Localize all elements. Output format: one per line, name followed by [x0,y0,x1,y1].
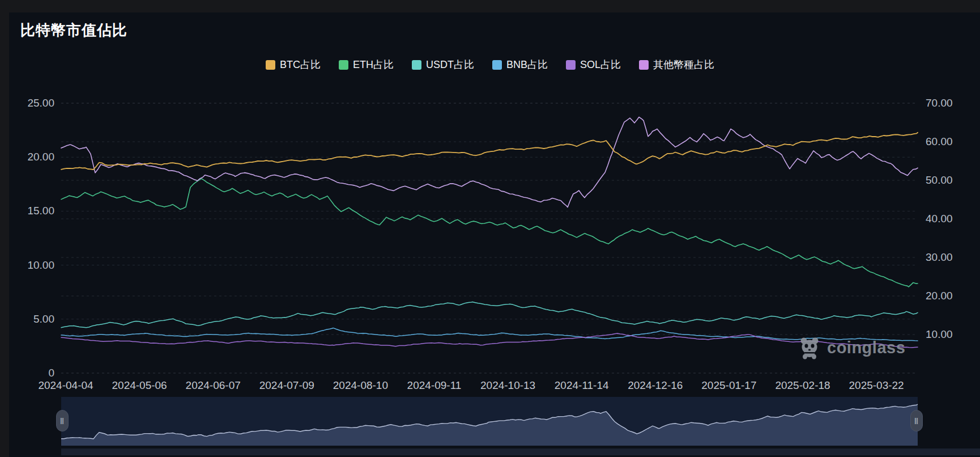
x-axis-label: 2024-11-14 [555,379,609,392]
y-axis-label-right: 70.00 [926,97,953,109]
y-axis-label-left: 15.00 [0,205,54,217]
x-axis-label: 2024-08-10 [333,379,388,392]
panda-logo-icon [798,336,821,359]
y-axis-label-right: 30.00 [926,251,953,264]
series-line-btc [61,133,918,170]
x-axis-label: 2025-01-17 [701,379,756,392]
x-axis-label: 2024-10-13 [480,379,535,392]
x-axis-label: 2024-06-07 [186,379,241,392]
watermark-text: coinglass [827,338,905,357]
navigator[interactable] [61,397,918,446]
x-axis-label: 2024-04-04 [38,379,93,392]
x-axis-label: 2024-12-16 [628,379,683,392]
series-line-eth [61,179,918,287]
x-axis-label: 2025-03-22 [849,379,904,392]
x-axis-label: 2025-02-18 [775,379,830,392]
series-line-usdt [61,302,918,328]
navigator-left-handle[interactable]: ‖ [56,410,69,431]
watermark: coinglass [798,336,905,359]
y-axis-label-right: 60.00 [926,136,953,148]
x-axis-label: 2024-09-11 [407,379,462,392]
y-axis-label-left: 25.00 [0,97,54,109]
series-line-others [61,117,918,208]
y-axis-label-left: 5.00 [0,313,54,325]
y-axis-label-left: 20.00 [0,151,54,163]
series-line-sol [61,333,918,348]
x-axis-label: 2024-05-06 [112,379,167,392]
y-axis-label-right: 50.00 [926,174,953,187]
y-axis-label-right: 20.00 [926,290,953,302]
y-axis-label-left: 10.00 [0,259,54,272]
y-axis-label-left: 0 [0,367,54,379]
x-axis-label: 2024-07-09 [259,379,314,392]
navigator-right-handle[interactable]: ‖ [910,410,923,431]
scrollbar-track[interactable] [61,448,980,455]
y-axis-label-right: 10.00 [926,328,953,341]
y-axis-label-right: 40.00 [926,213,953,225]
